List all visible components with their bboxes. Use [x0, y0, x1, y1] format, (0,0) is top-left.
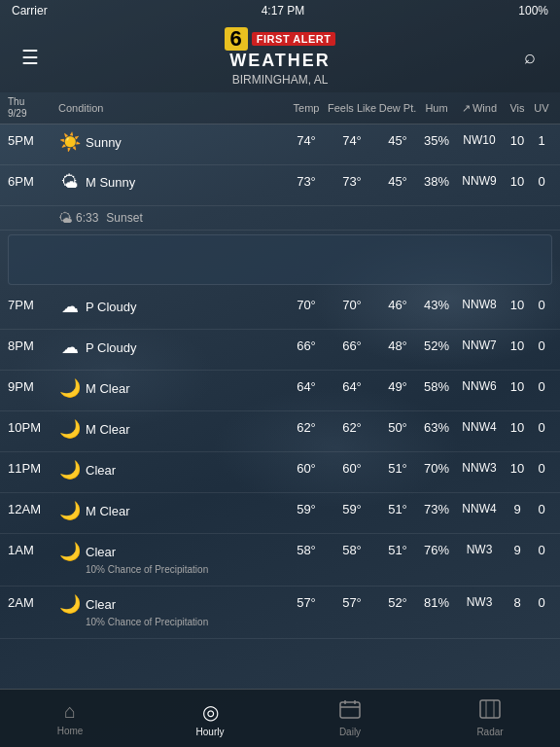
- row-time: 10PM: [8, 418, 58, 435]
- condition-icon: 🌙: [58, 377, 82, 399]
- table-row: 10PM 🌙 M Clear 62° 62° 50° 63% NNW4 10 0: [0, 411, 560, 452]
- vis-header: Vis: [504, 102, 531, 114]
- nav-hourly-label: Hourly: [196, 727, 225, 737]
- condition-icon: 🌙: [58, 541, 82, 562]
- dew-header: Dew Pt.: [377, 102, 418, 114]
- daily-icon: [339, 699, 361, 724]
- nav-home[interactable]: ⌂ Home: [0, 690, 140, 747]
- nav-radar-label: Radar: [476, 727, 503, 737]
- table-row: 8PM ☁ P Cloudy 66° 66° 48° 52% NNW7 10 0: [0, 330, 560, 371]
- precipitation-note: 10% Chance of Precipitation: [58, 562, 286, 575]
- row-time: 6PM: [8, 172, 58, 189]
- table-row: 12AM 🌙 M Clear 59° 59° 51° 73% NNW4 9 0: [0, 493, 560, 534]
- sunset-time: 6:33: [76, 211, 98, 225]
- condition-text: M Sunny: [86, 175, 135, 190]
- table-row: 6PM 🌤 M Sunny 73° 73° 45° 38% NNW9 10 0: [0, 165, 560, 206]
- bottom-nav: ⌂ Home ◎ Hourly Daily: [0, 689, 560, 747]
- row-time: 12AM: [8, 500, 58, 516]
- condition-text: M Clear: [86, 381, 130, 396]
- row-time: 7PM: [8, 296, 58, 312]
- nav-radar[interactable]: Radar: [420, 690, 560, 747]
- ad-banner: [8, 234, 552, 285]
- precipitation-note: 10% Chance of Precipitation: [58, 615, 286, 627]
- header: ☰ 6 FIRST ALERT WEATHER BIRMINGHAM, AL ⌕: [0, 21, 560, 92]
- row-time: 9PM: [8, 377, 58, 394]
- temp-header: Temp: [286, 102, 327, 114]
- condition-icon: ☁: [58, 337, 82, 358]
- condition-text: Clear: [86, 545, 116, 559]
- condition-icon: 🌤: [58, 172, 82, 193]
- hum-header: Hum: [418, 102, 455, 114]
- date-header: Thu 9/29: [8, 96, 58, 120]
- search-button[interactable]: ⌕: [515, 46, 544, 68]
- condition-icon: ☁: [58, 296, 82, 317]
- feels-header: Feels Like: [327, 102, 377, 114]
- home-icon: ⌂: [64, 700, 76, 723]
- radar-icon: [479, 699, 501, 724]
- row-time: 1AM: [8, 541, 58, 557]
- battery-label: 100%: [518, 4, 548, 18]
- carrier-label: Carrier: [12, 4, 48, 18]
- condition-text: P Cloudy: [86, 340, 137, 355]
- table-row: 11PM 🌙 Clear 60° 60° 51° 70% NNW3 10 0: [0, 452, 560, 493]
- svg-rect-4: [480, 700, 500, 718]
- row-time: 11PM: [8, 459, 58, 476]
- weather-rows: 5PM ☀️ Sunny 74° 74° 45° 35% NW10 10 1 6…: [0, 124, 560, 689]
- table-row: 9PM 🌙 M Clear 64° 64° 49° 58% NNW6 10 0: [0, 371, 560, 411]
- hamburger-button[interactable]: ☰: [16, 46, 45, 69]
- nav-home-label: Home: [57, 726, 84, 736]
- nav-daily-label: Daily: [339, 727, 361, 737]
- row-time: 2AM: [8, 593, 58, 610]
- sunset-label: Sunset: [106, 211, 142, 225]
- table-row: 2AM 🌙 Clear 10% Chance of Precipitation …: [0, 587, 560, 639]
- city-name: BIRMINGHAM, AL: [232, 71, 329, 87]
- table-row: 5PM ☀️ Sunny 74° 74° 45° 35% NW10 10 1: [0, 124, 560, 165]
- table-row: 7PM ☁ P Cloudy 70° 70° 46° 43% NNW8 10 0: [0, 289, 560, 330]
- condition-text: Clear: [86, 463, 116, 478]
- condition-text: P Cloudy: [86, 300, 137, 314]
- sunset-icon: 🌤: [58, 210, 72, 226]
- condition-text: Sunny: [86, 135, 122, 150]
- status-bar: Carrier 4:17 PM 100%: [0, 0, 560, 21]
- hourly-icon: ◎: [202, 700, 219, 724]
- condition-icon: 🌙: [58, 459, 82, 480]
- condition-text: Clear: [86, 597, 116, 612]
- sunset-row: 🌤 6:33 Sunset: [0, 206, 560, 231]
- column-headers: Thu 9/29 Condition Temp Feels Like Dew P…: [0, 92, 560, 124]
- uv-header: UV: [531, 102, 552, 114]
- row-time: 5PM: [8, 131, 58, 148]
- condition-icon: 🌙: [58, 418, 82, 440]
- condition-text: M Clear: [86, 504, 130, 518]
- condition-text: M Clear: [86, 422, 130, 437]
- nav-hourly[interactable]: ◎ Hourly: [140, 690, 280, 747]
- logo: 6 FIRST ALERT WEATHER BIRMINGHAM, AL: [225, 27, 336, 87]
- time-label: 4:17 PM: [262, 4, 305, 18]
- nav-daily[interactable]: Daily: [280, 690, 420, 747]
- condition-icon: 🌙: [58, 500, 82, 521]
- condition-header: Condition: [58, 102, 286, 114]
- svg-rect-0: [340, 702, 360, 718]
- table-row: 1AM 🌙 Clear 10% Chance of Precipitation …: [0, 534, 560, 587]
- logo-weather: WEATHER: [229, 51, 331, 71]
- wind-header: ↗ Wind: [455, 102, 504, 115]
- row-time: 8PM: [8, 337, 58, 353]
- logo-first-alert: FIRST ALERT: [252, 32, 336, 46]
- condition-icon: 🌙: [58, 593, 82, 615]
- condition-icon: ☀️: [58, 131, 82, 153]
- logo-number: 6: [225, 27, 248, 51]
